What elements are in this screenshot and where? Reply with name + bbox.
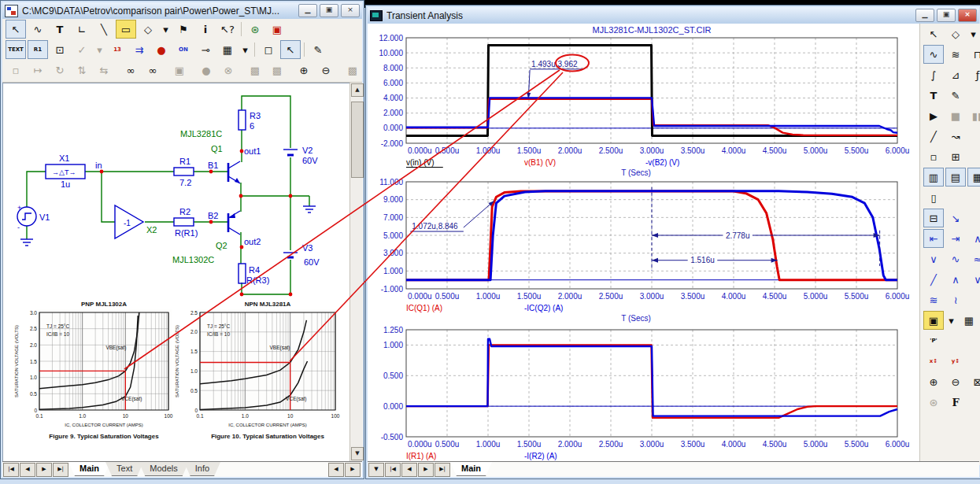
analysis-close-button[interactable]: × <box>958 9 977 22</box>
point-tag-mode[interactable]: ⊓ <box>967 45 980 64</box>
plot-list-dropdown[interactable]: ▼ <box>368 463 384 477</box>
zoom-in-button[interactable]: ⊕ <box>923 372 944 391</box>
panel-minor-grid-toggle[interactable]: ▦ <box>967 168 980 187</box>
schematic-titlebar[interactable]: C:\MC9\DATA\Petrov\comparison pair\Power… <box>2 2 362 19</box>
analysis-next-page-button[interactable]: ▶ <box>418 463 434 477</box>
analysis-last-page-button[interactable]: ▶| <box>435 463 450 477</box>
line-mode[interactable]: ╱ <box>923 127 944 146</box>
vertical-tag-mode[interactable]: ⊿ <box>945 65 966 84</box>
envelope-button[interactable]: ≋ <box>923 290 944 309</box>
valley-button[interactable]: ∨ <box>923 249 944 268</box>
wire-mode[interactable]: ∿ <box>28 20 48 39</box>
data-points-toggle[interactable]: ⊞ <box>945 147 966 166</box>
node-voltages-toggle[interactable]: 13 <box>107 40 128 59</box>
power-states-toggle[interactable]: ON <box>173 40 194 59</box>
analysis-prev-page-button[interactable]: ◀ <box>401 463 417 477</box>
info-mode[interactable]: i <box>195 20 216 39</box>
prev-page-button[interactable]: ◀ <box>20 463 35 477</box>
select-tool[interactable]: ↖ <box>6 20 26 39</box>
cursor-left-button[interactable]: ⇤ <box>923 229 944 248</box>
analysis-minimize-button[interactable]: ▁ <box>915 9 934 22</box>
tab-main[interactable]: Main <box>68 462 110 476</box>
run-button[interactable]: ▶ <box>923 106 944 125</box>
analysis-tab-main[interactable]: Main <box>450 462 492 476</box>
find-next-button[interactable]: ∞ <box>142 61 163 79</box>
peak-button[interactable]: ∧ <box>967 229 980 248</box>
properties-button[interactable]: ✎ <box>308 40 328 59</box>
grid-toggle[interactable]: ▦ <box>217 40 238 59</box>
analysis-first-page-button[interactable]: |◀ <box>385 463 401 477</box>
ortho-wire-mode[interactable]: ∟ <box>72 20 92 39</box>
attribute-text-toggle[interactable]: R1 <box>28 40 48 59</box>
horizontal-tag-mode[interactable]: ∫ <box>923 65 944 84</box>
zoom-area-button[interactable]: ⊠ <box>967 372 980 391</box>
help-topics-button[interactable]: ▣ <box>267 20 287 39</box>
split-panel-toggle[interactable]: ⊟ <box>923 209 944 227</box>
text-visibility-toggle[interactable]: TEXT <box>6 40 26 59</box>
y-axis-scale-button[interactable]: y↕ <box>945 352 966 371</box>
tab-text[interactable]: Text <box>105 462 143 476</box>
restore-button[interactable]: ▣ <box>320 4 338 17</box>
minimize-button[interactable]: ▁ <box>298 4 317 17</box>
node-numbers-toggle[interactable]: ⊡ <box>50 40 70 59</box>
properties-button[interactable]: ✎ <box>945 86 966 105</box>
inflection-button[interactable]: ∿ <box>945 249 966 268</box>
add-part-button[interactable]: ▣ <box>923 311 944 330</box>
tab-scroll-right-button[interactable]: ▶ <box>345 463 361 477</box>
x-axis-scale-button[interactable]: x↕ <box>923 352 944 371</box>
next-page-button[interactable]: ▶ <box>36 463 52 477</box>
graphics-mode[interactable]: ◇ <box>945 24 966 43</box>
numeric-output-button[interactable]: ▦ <box>959 311 979 330</box>
local-max-button[interactable]: ∧ <box>945 270 966 289</box>
part-dropdown[interactable]: ▾ <box>945 311 957 330</box>
plot-area[interactable]: MJL3281C-MJL1302C_ST.CIR12.00010.0008.00… <box>368 24 919 465</box>
border-toggle[interactable]: ◻ <box>258 40 279 59</box>
find-button[interactable]: ∞ <box>120 61 141 79</box>
select-box-mode[interactable]: ▫ <box>923 147 944 166</box>
cursor-mode[interactable]: ≋ <box>945 45 966 64</box>
first-page-button[interactable]: |◀ <box>3 463 19 477</box>
pin-connections-toggle[interactable]: ⊸ <box>195 40 216 59</box>
cursor-right-button[interactable]: ⇥ <box>945 229 966 248</box>
panel-single-toggle[interactable]: ▯ <box>923 188 944 207</box>
tracker-mode[interactable]: ↘ <box>945 209 966 227</box>
text-tool[interactable]: T <box>50 20 70 39</box>
panel-vertical-grid-toggle[interactable]: ▥ <box>923 168 944 187</box>
tab-scroll-left-button[interactable]: ◀ <box>328 463 344 477</box>
schematic-vscrollbar[interactable]: ▲ ▼ <box>349 83 363 461</box>
zoom-in-button[interactable]: ⊕ <box>294 61 314 79</box>
zoom-out-button[interactable]: ⊖ <box>945 372 966 391</box>
polyline-mode[interactable]: ↝ <box>945 127 966 146</box>
tab-info[interactable]: Info <box>184 462 220 476</box>
operating-point-button[interactable]: 'P' <box>923 331 944 350</box>
close-button[interactable]: × <box>341 4 360 17</box>
text-mode[interactable]: T <box>923 86 944 105</box>
wave-button[interactable]: ≀ <box>945 290 966 309</box>
slope-button[interactable]: ╱ <box>923 270 944 289</box>
shape-mode[interactable]: ◇ <box>138 20 158 39</box>
graphics-dropdown[interactable]: ▾ <box>967 24 979 43</box>
help-mode[interactable]: ↖? <box>217 20 238 39</box>
last-page-button[interactable]: ▶| <box>53 463 68 477</box>
cursor-mode[interactable]: ↖ <box>280 40 301 59</box>
scroll-up-button[interactable]: ▲ <box>351 83 364 97</box>
scale-mode[interactable]: ∿ <box>923 45 944 64</box>
charges-toggle[interactable]: ● <box>151 40 172 59</box>
performance-tag-mode[interactable]: ƒ <box>967 65 980 84</box>
select-mode[interactable]: ↖ <box>923 24 944 43</box>
web-button[interactable]: ⊛ <box>245 20 265 39</box>
global-high-button[interactable]: ≈ <box>967 249 980 268</box>
tab-models[interactable]: Models <box>139 462 188 476</box>
vscroll-thumb[interactable] <box>351 102 364 178</box>
font-button[interactable]: F <box>945 393 966 412</box>
component-mode[interactable]: ▭ <box>116 20 136 39</box>
flag-mode[interactable]: ⚑ <box>173 20 194 39</box>
local-min-button[interactable]: ∨ <box>967 270 980 289</box>
currents-toggle[interactable]: ⇉ <box>129 40 150 59</box>
grid-dropdown[interactable]: ▾ <box>239 40 251 59</box>
shape-dropdown[interactable]: ▾ <box>160 20 172 39</box>
zoom-out-button[interactable]: ⊖ <box>316 61 336 79</box>
line-mode[interactable]: ╲ <box>94 20 114 39</box>
scroll-down-button[interactable]: ▼ <box>351 447 364 460</box>
schematic-canvas[interactable]: V1 + - X1 1u →△T→ in R1 7.2 B1 out1 R3 6… <box>2 83 351 463</box>
